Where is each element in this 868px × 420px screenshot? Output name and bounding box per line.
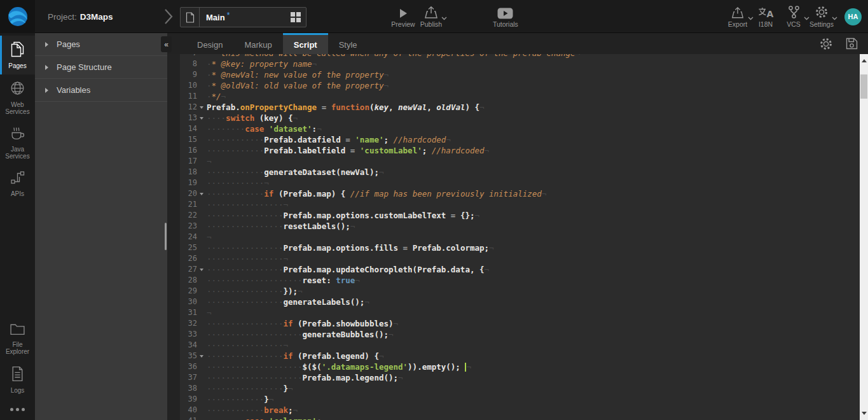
fold-arrow-icon[interactable] bbox=[200, 269, 203, 271]
fold-arrow-icon[interactable] bbox=[200, 117, 203, 120]
expand-arrow-icon[interactable] bbox=[45, 88, 48, 93]
more-options-button[interactable] bbox=[0, 399, 35, 420]
chevron-right-icon[interactable] bbox=[164, 8, 173, 27]
code-line-18[interactable]: 18············generateDataset(newVal);¬ bbox=[180, 167, 860, 178]
sidebar-item-java-services[interactable]: Java Services bbox=[0, 120, 35, 165]
fold-arrow-icon[interactable] bbox=[200, 193, 203, 195]
wavemaker-logo[interactable] bbox=[0, 0, 35, 33]
action-label: Preview bbox=[391, 20, 415, 28]
code-line-14[interactable]: 14········case 'dataset':¬ bbox=[180, 123, 860, 134]
tutorials-button[interactable]: Tutorials bbox=[491, 0, 520, 33]
expand-arrow-icon[interactable] bbox=[45, 65, 48, 70]
publish-button[interactable]: Publish bbox=[417, 0, 445, 33]
script-editor: 7·* this method will be called when any … bbox=[167, 54, 868, 420]
line-number: 17 bbox=[180, 156, 197, 167]
line-number: 19 bbox=[180, 178, 197, 188]
code-line-25[interactable]: 25················Prefab.map.options.fil… bbox=[180, 242, 860, 253]
sidebar-item-apis[interactable]: APIs bbox=[0, 165, 35, 202]
code-line-15[interactable]: 15············Prefab.datafield = 'name';… bbox=[180, 134, 860, 145]
tab-design[interactable]: Design bbox=[186, 33, 233, 54]
scroll-up-arrow[interactable] bbox=[862, 59, 867, 62]
code-line-41[interactable]: 41········case 'colormap':¬ bbox=[180, 416, 860, 420]
code-line-38[interactable]: 38················}¬ bbox=[180, 383, 860, 394]
code-line-27[interactable]: 27················Prefab.map.updateChoro… bbox=[180, 264, 860, 275]
line-number: 16 bbox=[180, 145, 197, 156]
line-number: 8 bbox=[180, 59, 197, 69]
expand-arrow-icon[interactable] bbox=[45, 42, 48, 47]
code-area[interactable]: 7·* this method will be called when any … bbox=[180, 54, 860, 420]
fold-arrow-icon[interactable] bbox=[200, 355, 203, 358]
tab-script[interactable]: Script bbox=[283, 33, 328, 54]
code-line-34[interactable]: 34················¬ bbox=[180, 340, 860, 351]
scroll-down-arrow[interactable] bbox=[862, 412, 867, 415]
panel-section-pages[interactable]: Pages bbox=[35, 33, 167, 56]
code-line-22[interactable]: 22················Prefab.map.options.cus… bbox=[180, 210, 860, 221]
code-line-31[interactable]: 31¬ bbox=[180, 307, 860, 318]
grid-icon[interactable] bbox=[291, 12, 301, 22]
code-line-12[interactable]: 12Prefab.onPropertyChange = function(key… bbox=[180, 102, 860, 113]
svg-text:A: A bbox=[766, 9, 773, 19]
gear-icon bbox=[815, 5, 829, 19]
line-number: 21 bbox=[180, 199, 197, 210]
chevron-down-icon[interactable] bbox=[832, 11, 837, 23]
panel-section-label: Pages bbox=[57, 39, 80, 49]
code-line-24[interactable]: 24¬ bbox=[180, 232, 860, 242]
code-line-28[interactable]: 28····················reset: true¬ bbox=[180, 275, 860, 286]
sidebar-item-web-services[interactable]: Web Services bbox=[0, 74, 35, 120]
code-line-29[interactable]: 29················});¬ bbox=[180, 286, 860, 297]
code-line-30[interactable]: 30················generateLabels();¬ bbox=[180, 297, 860, 307]
code-line-9[interactable]: 9·* @newVal: new value of the property¬ bbox=[180, 69, 860, 80]
sidebar-item-logs[interactable]: Logs bbox=[0, 360, 35, 399]
code-line-39[interactable]: 39············}¬ bbox=[180, 394, 860, 405]
line-number: 31 bbox=[180, 307, 197, 318]
sidebar-item-file-explorer[interactable]: File Explorer bbox=[0, 317, 35, 360]
code-line-37[interactable]: 37····················Prefab.map.legend(… bbox=[180, 372, 860, 383]
panel-section-page-structure[interactable]: Page Structure bbox=[35, 56, 167, 79]
tab-style[interactable]: Style bbox=[328, 33, 368, 54]
code-line-26[interactable]: 26················¬ bbox=[180, 253, 860, 264]
panel-section-label: Variables bbox=[57, 85, 90, 95]
open-page-tab[interactable]: Main * bbox=[180, 7, 307, 27]
vcs-button[interactable]: VCS bbox=[780, 0, 808, 33]
editor-scrollbar-thumb[interactable] bbox=[860, 74, 867, 99]
editor-settings-gear-icon[interactable] bbox=[819, 37, 833, 51]
save-icon[interactable] bbox=[846, 38, 858, 50]
preview-button[interactable]: Preview bbox=[389, 0, 417, 33]
chevron-down-icon[interactable] bbox=[441, 11, 447, 23]
code-line-16[interactable]: 16············Prefab.labelfield = 'custo… bbox=[180, 145, 860, 156]
code-line-20[interactable]: 20············if (Prefab.map) { //if map… bbox=[180, 188, 860, 199]
editor-scrollbar[interactable] bbox=[860, 54, 868, 420]
line-number: 15 bbox=[180, 134, 197, 145]
center-actions: PreviewPublishTutorials bbox=[389, 0, 520, 33]
code-line-32[interactable]: 32················if (Prefab.showbubbles… bbox=[180, 318, 860, 329]
user-avatar[interactable]: HA bbox=[844, 8, 862, 25]
folder-icon bbox=[10, 323, 25, 339]
publish-icon bbox=[424, 5, 439, 19]
panel-scrollbar-thumb[interactable] bbox=[165, 223, 167, 250]
code-line-35[interactable]: 35················if (Prefab.legend) {¬ bbox=[180, 351, 860, 361]
line-number: 41 bbox=[180, 416, 197, 420]
code-line-11[interactable]: 11·*/¬ bbox=[180, 91, 860, 102]
code-line-10[interactable]: 10·* @oldVal: old value of the property¬ bbox=[180, 80, 860, 91]
sidebar-item-pages[interactable]: Pages bbox=[0, 36, 35, 74]
code-line-36[interactable]: 36····················$($('.datamaps-leg… bbox=[180, 361, 860, 372]
fold-arrow-icon[interactable] bbox=[200, 106, 203, 109]
code-line-8[interactable]: 8·* @key: property name¬ bbox=[180, 59, 860, 69]
code-line-40[interactable]: 40············break;¬ bbox=[180, 405, 860, 416]
pages-panel: PagesPage StructureVariables « bbox=[35, 33, 167, 420]
settings-button[interactable]: Settings bbox=[808, 0, 836, 33]
collapse-panel-button[interactable]: « bbox=[161, 36, 172, 52]
wave-logo-icon bbox=[6, 5, 29, 28]
code-line-33[interactable]: 33····················generateBubbles();… bbox=[180, 329, 860, 340]
page-file-icon[interactable] bbox=[181, 8, 200, 27]
code-line-23[interactable]: 23················resetLabels();¬ bbox=[180, 221, 860, 232]
panel-section-variables[interactable]: Variables bbox=[35, 79, 167, 102]
code-line-13[interactable]: 13····switch (key) {¬ bbox=[180, 113, 860, 123]
code-line-21[interactable]: 21················¬ bbox=[180, 199, 860, 210]
i18n-button[interactable]: AI18N bbox=[752, 0, 780, 33]
action-label: VCS bbox=[787, 20, 801, 28]
export-button[interactable]: Export bbox=[724, 0, 752, 33]
tab-markup[interactable]: Markup bbox=[233, 33, 282, 54]
code-line-17[interactable]: 17¬ bbox=[180, 156, 860, 167]
code-line-19[interactable]: 19············¬ bbox=[180, 178, 860, 188]
